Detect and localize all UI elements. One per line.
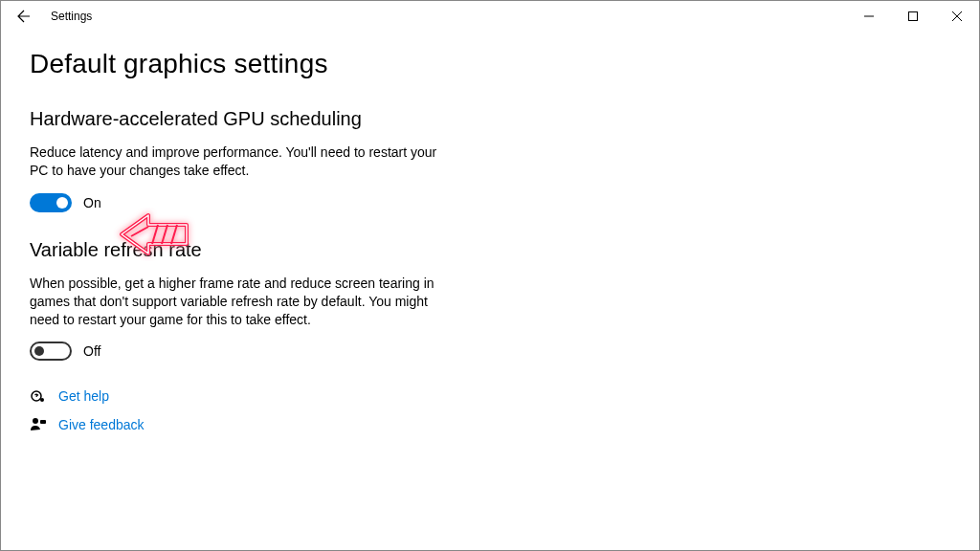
help-links: Get help Give feedback [30, 387, 950, 433]
back-button[interactable] [9, 1, 39, 32]
window-controls [847, 1, 979, 32]
close-button[interactable] [935, 1, 979, 32]
feedback-icon [30, 416, 47, 433]
close-icon [952, 11, 962, 21]
help-icon [30, 387, 47, 405]
vrr-title: Variable refresh rate [30, 239, 950, 261]
vrr-toggle-label: Off [83, 343, 100, 359]
vrr-description: When possible, get a higher frame rate a… [30, 275, 441, 329]
minimize-icon [864, 11, 874, 21]
gpu-scheduling-toggle-label: On [83, 195, 101, 210]
gpu-scheduling-toggle[interactable] [30, 193, 72, 212]
svg-point-2 [40, 398, 44, 402]
maximize-icon [908, 11, 918, 21]
svg-point-3 [33, 418, 38, 424]
vrr-toggle[interactable] [30, 342, 72, 361]
gpu-scheduling-title: Hardware-accelerated GPU scheduling [30, 108, 950, 130]
get-help-label: Get help [58, 388, 109, 404]
content-area: Default graphics settings Hardware-accel… [1, 32, 979, 462]
gpu-scheduling-description: Reduce latency and improve performance. … [30, 143, 441, 180]
svg-rect-0 [909, 12, 918, 21]
give-feedback-link[interactable]: Give feedback [30, 416, 950, 433]
get-help-link[interactable]: Get help [30, 387, 950, 405]
window-title: Settings [51, 10, 92, 23]
svg-rect-4 [40, 420, 46, 424]
titlebar: Settings [1, 1, 979, 32]
maximize-button[interactable] [891, 1, 935, 32]
page-title: Default graphics settings [30, 49, 950, 79]
give-feedback-label: Give feedback [58, 417, 145, 432]
gpu-scheduling-toggle-row: On [30, 193, 950, 212]
minimize-button[interactable] [847, 1, 891, 32]
vrr-toggle-row: Off [30, 342, 950, 361]
arrow-left-icon [16, 9, 32, 24]
